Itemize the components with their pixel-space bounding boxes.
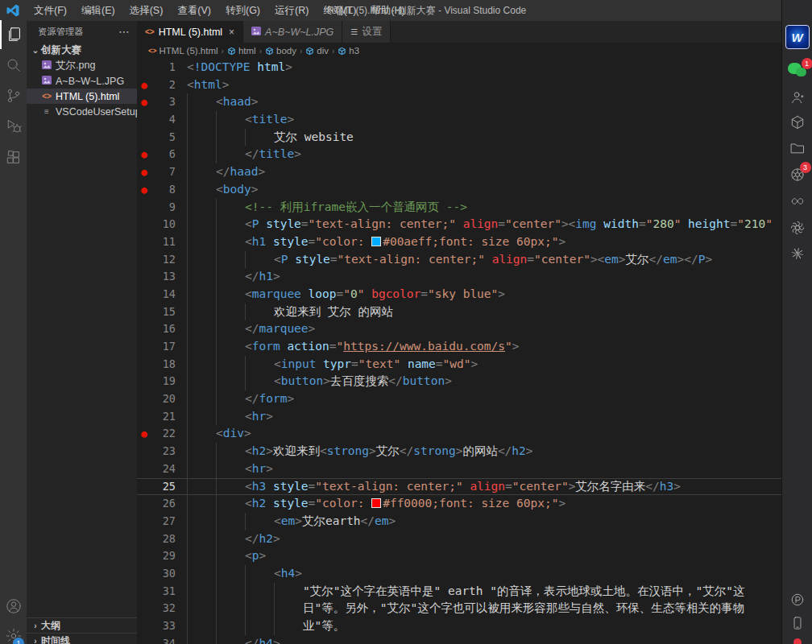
code-line-13[interactable]: 13</h1> bbox=[137, 268, 781, 286]
cube-icon[interactable] bbox=[789, 114, 806, 130]
phone-icon[interactable] bbox=[789, 616, 805, 631]
p-circle-icon[interactable] bbox=[789, 592, 805, 608]
line-number: 30 bbox=[151, 565, 176, 583]
explorer-icon[interactable] bbox=[0, 20, 27, 49]
infinity-icon bbox=[789, 193, 806, 209]
code-line-18[interactable]: 18<input typr="text" name="wd"> bbox=[137, 356, 781, 374]
search-icon[interactable] bbox=[0, 51, 27, 80]
indent-guide bbox=[216, 199, 245, 217]
code-line-11[interactable]: 11<h1 style="color: #00aeff;font: size 6… bbox=[137, 233, 781, 251]
aperture-gear-icon[interactable]: 3 bbox=[789, 167, 806, 183]
sidebar-file-0[interactable]: 艾尔.png bbox=[27, 58, 137, 73]
sidebar-file-3[interactable]: ≡VSCodeUserSetup-x6... bbox=[27, 104, 137, 119]
code-line-30[interactable]: 30<h4> bbox=[137, 565, 781, 583]
explorer-actions-button[interactable]: ⋯ bbox=[118, 25, 130, 38]
breakpoint-icon[interactable]: ● bbox=[137, 93, 151, 111]
sidebar-file-2[interactable]: <>HTML (5).html bbox=[27, 89, 137, 104]
code-line-28[interactable]: 28</h2> bbox=[137, 530, 781, 548]
breadcrumb-item-1[interactable]: html bbox=[227, 46, 256, 56]
code-line-3[interactable]: ●3<haad> bbox=[137, 93, 781, 111]
breadcrumb-item-2[interactable]: body bbox=[265, 46, 296, 56]
tab-0[interactable]: <>HTML (5).html× bbox=[137, 21, 243, 43]
breadcrumb-item-4[interactable]: h3 bbox=[338, 46, 359, 56]
indent-guide bbox=[216, 583, 245, 601]
code-line-26[interactable]: 26<h2 style="color: #ff0000;font: size 6… bbox=[137, 495, 781, 513]
infinity-icon[interactable] bbox=[789, 193, 806, 209]
code-line-6[interactable]: ●6</title> bbox=[137, 146, 781, 163]
code-line-33[interactable]: 33业"等。 bbox=[137, 617, 781, 635]
code-line-19[interactable]: 19<button>去百度搜索</button> bbox=[137, 373, 781, 390]
tab-1[interactable]: A~B~W~L.JPG bbox=[243, 21, 342, 43]
sidebar-folder-root[interactable]: ⌄ 创新大赛 bbox=[27, 42, 137, 58]
account-icon[interactable] bbox=[0, 592, 27, 621]
code-line-34[interactable]: 34</h4> bbox=[137, 635, 781, 644]
indent-guide bbox=[187, 617, 216, 635]
wechat-icon[interactable]: 1 bbox=[788, 63, 807, 79]
code-line-21[interactable]: 21<hr> bbox=[137, 408, 781, 426]
settings-gear-icon[interactable]: 1 bbox=[0, 621, 27, 644]
breakpoint-icon[interactable]: ● bbox=[137, 76, 151, 94]
breadcrumb-item-3[interactable]: div bbox=[305, 46, 329, 56]
tab-2[interactable]: ☰设置 bbox=[342, 21, 391, 43]
code-line-1[interactable]: 1<!DOCTYPE html> bbox=[137, 59, 781, 76]
breakpoint-icon[interactable]: ● bbox=[137, 181, 151, 199]
code-line-2[interactable]: ●2<html> bbox=[137, 76, 781, 94]
indent-guide bbox=[216, 216, 245, 233]
editor-group: <>HTML (5).html×A~B~W~L.JPG☰设置 <>HTML (5… bbox=[137, 21, 781, 644]
sidebar-section-1[interactable]: ›时间线 bbox=[27, 634, 137, 644]
code-line-7[interactable]: ●7</haad> bbox=[137, 163, 781, 181]
code-line-10[interactable]: 10<P style="text-align: center;" align="… bbox=[137, 216, 781, 233]
gutter bbox=[137, 479, 151, 495]
activity-bar: 1 bbox=[0, 21, 27, 644]
close-icon[interactable]: × bbox=[229, 27, 234, 38]
code-line-24[interactable]: 24<hr> bbox=[137, 460, 781, 478]
breakpoint-icon[interactable]: ● bbox=[137, 163, 151, 181]
code-line-23[interactable]: 23<h2>欢迎来到<strong>艾尔</strong>的网站</h2> bbox=[137, 443, 781, 460]
menu-item-1[interactable]: 编辑(E) bbox=[74, 0, 122, 21]
breakpoint-icon[interactable]: ● bbox=[137, 425, 151, 443]
code-line-12[interactable]: 12<P style="text-align: center;" align="… bbox=[137, 251, 781, 269]
avatar-tile[interactable]: W bbox=[785, 25, 810, 49]
notification-badge: 3 bbox=[800, 162, 811, 173]
source-control-icon[interactable] bbox=[0, 81, 27, 110]
indent-guide bbox=[216, 513, 245, 530]
code-line-8[interactable]: ●8<body> bbox=[137, 181, 781, 199]
code-line-22[interactable]: ●22<div> bbox=[137, 425, 781, 443]
breakpoint-icon[interactable]: ● bbox=[137, 146, 151, 163]
person-icon[interactable] bbox=[789, 89, 806, 105]
code-line-16[interactable]: 16</marquee> bbox=[137, 320, 781, 338]
code-line-20[interactable]: 20</form> bbox=[137, 390, 781, 408]
code-line-9[interactable]: 9<!-- 利用iframe嵌入一个普通网页 --> bbox=[137, 199, 781, 217]
indent-guide bbox=[187, 408, 216, 426]
menu-item-4[interactable]: 转到(G) bbox=[218, 0, 267, 21]
code-line-31[interactable]: 31"艾尔"这个字在英语中是" earth "的音译，表示地球或土地。在汉语中，… bbox=[137, 583, 781, 601]
indent-guide bbox=[216, 233, 245, 251]
code-line-4[interactable]: 4<title> bbox=[137, 111, 781, 129]
explorer-sidebar: 资源管理器 ⋯ ⌄ 创新大赛 艾尔.pngA~B~W~L.JPG<>HTML (… bbox=[27, 21, 137, 644]
folder-icon[interactable] bbox=[789, 140, 806, 156]
code-line-17[interactable]: 17<form action="https://www.baidu.com/s"… bbox=[137, 338, 781, 356]
menu-item-3[interactable]: 查看(V) bbox=[170, 0, 218, 21]
menu-item-5[interactable]: 运行(R) bbox=[267, 0, 316, 21]
code-line-29[interactable]: 29<p> bbox=[137, 547, 781, 565]
code-line-5[interactable]: 5艾尔 website bbox=[137, 129, 781, 147]
red-dot[interactable] bbox=[793, 638, 802, 644]
code-line-14[interactable]: 14<marquee loop="0" bgcolor="sky blue"> bbox=[137, 286, 781, 303]
color-swatch-icon[interactable] bbox=[371, 498, 381, 508]
extensions-icon[interactable] bbox=[0, 143, 27, 172]
code-line-27[interactable]: 27<em>艾尔earth</em> bbox=[137, 513, 781, 530]
color-swatch-icon[interactable] bbox=[371, 237, 381, 246]
menu-item-2[interactable]: 选择(S) bbox=[122, 0, 171, 21]
code-line-15[interactable]: 15欢迎来到 艾尔 的网站 bbox=[137, 303, 781, 321]
code-line-32[interactable]: 32日"等。另外，"艾尔"这个字也可以被用来形容那些与自然、环保、生态等相关的事… bbox=[137, 600, 781, 617]
flower-gear-icon[interactable] bbox=[789, 220, 806, 236]
run-debug-icon[interactable] bbox=[0, 112, 27, 141]
breadcrumb-item-0[interactable]: <>HTML (5).html bbox=[148, 46, 218, 56]
sidebar-file-1[interactable]: A~B~W~L.JPG bbox=[27, 73, 137, 89]
menu-item-0[interactable]: 文件(F) bbox=[27, 0, 74, 21]
breadcrumb-separator: › bbox=[332, 47, 334, 56]
code-line-25[interactable]: 25<h3 style="text-align: center;" align=… bbox=[137, 478, 781, 496]
sparkle-icon[interactable] bbox=[789, 246, 806, 262]
line-number: 7 bbox=[151, 163, 176, 181]
sidebar-section-0[interactable]: ›大纲 bbox=[27, 618, 137, 634]
